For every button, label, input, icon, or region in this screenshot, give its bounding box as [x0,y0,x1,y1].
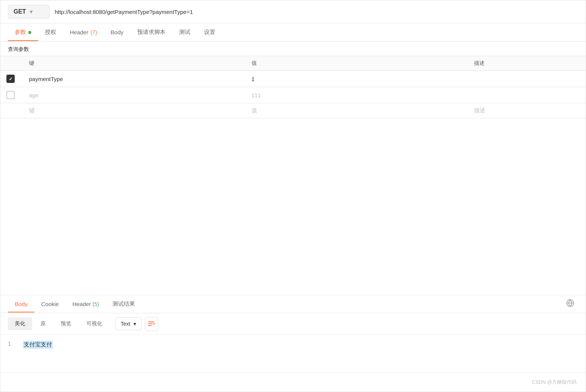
tab-header-badge: (7) [91,29,97,35]
text-type-dropdown[interactable]: Text ▾ [115,317,142,330]
url-bar: GET ▾ [0,0,586,23]
raw-button[interactable]: 原 [34,317,52,330]
tab-auth[interactable]: 授权 [38,23,63,41]
response-tab-test-result[interactable]: 测试结果 [106,295,142,313]
response-tabs-row: Body Cookie Header (5) 测试结果 [0,295,586,313]
tab-params-label: 参数 [15,29,26,36]
response-tab-cookie[interactable]: Cookie [34,296,66,312]
method-select[interactable]: GET ▾ [8,5,49,18]
checkbox-checked[interactable] [6,75,15,83]
value-cell[interactable]: 值 [245,103,468,118]
spacer [0,118,586,295]
method-label: GET [14,8,26,15]
footer: CSDN @方糖敲代码 [0,372,586,392]
desc-cell[interactable] [468,71,586,87]
url-input[interactable] [49,6,578,18]
desc-cell[interactable]: 描述 [468,103,586,118]
value-placeholder: 值 [252,107,257,113]
response-tab-cookie-label: Cookie [41,301,59,307]
chevron-down-icon: ▾ [30,9,32,15]
response-section: Body Cookie Header (5) 测试结果 美化 原 [0,295,586,372]
tab-header-label: Header [70,29,88,35]
key-cell[interactable]: 键 [23,103,245,118]
response-tab-test-result-label: 测试结果 [112,300,135,307]
checkbox-cell [0,71,23,87]
key-cell[interactable]: age [23,87,245,103]
params-table: 键 值 描述 paymentType 1 [0,56,586,118]
text-type-chevron: ▾ [133,321,136,327]
col-header-value: 值 [245,56,468,71]
table-row: age 111 [0,87,586,103]
checkbox-cell [0,103,23,118]
key-value: age [29,92,38,98]
checkbox-unchecked[interactable] [6,91,15,99]
key-placeholder: 键 [29,107,35,113]
tab-body[interactable]: Body [104,24,130,41]
response-tab-body-label: Body [15,301,28,307]
text-type-label: Text [121,321,130,327]
checkbox-cell [0,87,23,103]
tab-prerequest[interactable]: 预请求脚本 [130,23,172,41]
response-tab-header[interactable]: Header (5) [66,296,106,312]
wrap-button[interactable] [145,317,158,331]
tab-prerequest-label: 预请求脚本 [137,29,166,36]
globe-icon[interactable] [562,295,578,313]
value-cell[interactable]: 111 [245,87,468,103]
response-tab-header-badge: (5) [92,301,99,307]
code-content[interactable]: 支付宝支付 [23,341,53,349]
desc-placeholder: 描述 [474,107,485,113]
tab-params-dot [28,31,31,34]
tab-test[interactable]: 测试 [172,23,197,41]
response-tab-header-label: Header [72,301,91,307]
tab-header[interactable]: Header (7) [63,24,104,41]
footer-text: CSDN @方糖敲代码 [532,379,577,386]
section-label: 查询参数 [0,41,586,56]
code-line: 1 支付宝支付 [8,341,578,349]
line-number: 1 [8,341,15,347]
code-area: 1 支付宝支付 [0,335,586,372]
key-value: paymentType [29,76,63,82]
desc-cell[interactable] [468,87,586,103]
beautify-button[interactable]: 美化 [8,317,32,330]
tab-params[interactable]: 参数 [8,23,38,41]
col-header-desc: 描述 [468,56,586,71]
preview-button[interactable]: 预览 [54,317,78,330]
tab-settings-label: 设置 [204,29,215,36]
tab-auth-label: 授权 [45,29,56,36]
key-cell[interactable]: paymentType [23,71,245,87]
visual-button[interactable]: 可视化 [80,317,109,330]
tab-body-label: Body [110,29,123,35]
param-value: 1 [252,76,255,82]
response-tab-body[interactable]: Body [8,296,34,312]
tab-test-label: 测试 [179,29,190,36]
table-row: 键 值 描述 [0,103,586,118]
format-toolbar: 美化 原 预览 可视化 Text ▾ [0,313,586,335]
table-row: paymentType 1 [0,71,586,87]
request-tabs-row: 参数 授权 Header (7) Body 预请求脚本 测试 设置 [0,23,586,41]
col-header-checkbox [0,56,23,71]
tab-settings[interactable]: 设置 [197,23,222,41]
col-header-key: 键 [23,56,245,71]
param-value: 111 [252,92,261,98]
value-cell[interactable]: 1 [245,71,468,87]
